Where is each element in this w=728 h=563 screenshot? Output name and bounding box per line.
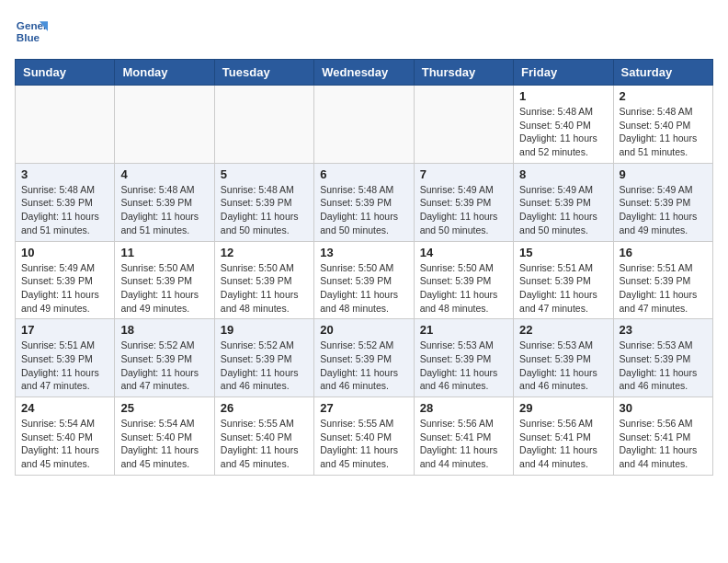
calendar-header: SundayMondayTuesdayWednesdayThursdayFrid… bbox=[16, 60, 713, 86]
day-info: Sunrise: 5:50 AM Sunset: 5:39 PM Dayligh… bbox=[420, 261, 507, 316]
day-info: Sunrise: 5:50 AM Sunset: 5:39 PM Dayligh… bbox=[320, 261, 407, 316]
calendar-cell: 10Sunrise: 5:49 AM Sunset: 5:39 PM Dayli… bbox=[16, 241, 115, 319]
day-number: 2 bbox=[620, 89, 707, 103]
weekday-row: SundayMondayTuesdayWednesdayThursdayFrid… bbox=[16, 60, 713, 86]
weekday-header: Thursday bbox=[414, 60, 513, 86]
calendar-week-row: 10Sunrise: 5:49 AM Sunset: 5:39 PM Dayli… bbox=[16, 241, 713, 319]
calendar-cell: 29Sunrise: 5:56 AM Sunset: 5:41 PM Dayli… bbox=[514, 397, 613, 476]
calendar-week-row: 3Sunrise: 5:48 AM Sunset: 5:39 PM Daylig… bbox=[16, 163, 713, 241]
calendar-cell bbox=[414, 86, 513, 164]
day-info: Sunrise: 5:48 AM Sunset: 5:39 PM Dayligh… bbox=[221, 183, 308, 237]
day-info: Sunrise: 5:56 AM Sunset: 5:41 PM Dayligh… bbox=[519, 417, 607, 471]
day-info: Sunrise: 5:49 AM Sunset: 5:39 PM Dayligh… bbox=[420, 183, 507, 237]
day-number: 21 bbox=[420, 323, 507, 337]
day-number: 8 bbox=[519, 167, 607, 181]
weekday-header: Wednesday bbox=[314, 60, 414, 86]
calendar-cell: 12Sunrise: 5:50 AM Sunset: 5:39 PM Dayli… bbox=[214, 241, 313, 319]
day-number: 26 bbox=[221, 401, 308, 415]
day-number: 27 bbox=[320, 401, 407, 415]
day-number: 15 bbox=[519, 246, 607, 259]
day-info: Sunrise: 5:50 AM Sunset: 5:39 PM Dayligh… bbox=[221, 261, 308, 316]
weekday-header: Monday bbox=[115, 60, 214, 86]
day-info: Sunrise: 5:52 AM Sunset: 5:39 PM Dayligh… bbox=[320, 339, 407, 393]
day-info: Sunrise: 5:54 AM Sunset: 5:40 PM Dayligh… bbox=[21, 417, 108, 471]
calendar-cell: 11Sunrise: 5:50 AM Sunset: 5:39 PM Dayli… bbox=[115, 241, 214, 319]
calendar-cell: 2Sunrise: 5:48 AM Sunset: 5:40 PM Daylig… bbox=[613, 86, 712, 164]
svg-text:Blue: Blue bbox=[17, 31, 40, 43]
page-header: General Blue bbox=[15, 15, 713, 48]
day-info: Sunrise: 5:49 AM Sunset: 5:39 PM Dayligh… bbox=[620, 183, 707, 237]
day-info: Sunrise: 5:51 AM Sunset: 5:39 PM Dayligh… bbox=[519, 261, 607, 316]
calendar-cell: 7Sunrise: 5:49 AM Sunset: 5:39 PM Daylig… bbox=[414, 163, 513, 241]
calendar-cell: 21Sunrise: 5:53 AM Sunset: 5:39 PM Dayli… bbox=[414, 319, 513, 397]
day-number: 19 bbox=[221, 323, 308, 337]
calendar-cell: 19Sunrise: 5:52 AM Sunset: 5:39 PM Dayli… bbox=[214, 319, 313, 397]
day-number: 1 bbox=[519, 89, 607, 103]
calendar-cell: 4Sunrise: 5:48 AM Sunset: 5:39 PM Daylig… bbox=[115, 163, 214, 241]
calendar-cell: 3Sunrise: 5:48 AM Sunset: 5:39 PM Daylig… bbox=[16, 163, 115, 241]
logo: General Blue bbox=[15, 15, 48, 48]
weekday-header: Friday bbox=[514, 60, 613, 86]
calendar-cell: 15Sunrise: 5:51 AM Sunset: 5:39 PM Dayli… bbox=[514, 241, 613, 319]
day-info: Sunrise: 5:52 AM Sunset: 5:39 PM Dayligh… bbox=[120, 339, 208, 393]
day-number: 17 bbox=[21, 323, 108, 337]
calendar-body: 1Sunrise: 5:48 AM Sunset: 5:40 PM Daylig… bbox=[16, 86, 713, 476]
day-info: Sunrise: 5:48 AM Sunset: 5:39 PM Dayligh… bbox=[320, 183, 407, 237]
calendar-cell: 22Sunrise: 5:53 AM Sunset: 5:39 PM Dayli… bbox=[514, 319, 613, 397]
day-info: Sunrise: 5:48 AM Sunset: 5:39 PM Dayligh… bbox=[21, 183, 108, 237]
calendar-cell bbox=[115, 86, 214, 164]
calendar-cell: 20Sunrise: 5:52 AM Sunset: 5:39 PM Dayli… bbox=[314, 319, 414, 397]
day-number: 24 bbox=[21, 401, 108, 415]
day-info: Sunrise: 5:48 AM Sunset: 5:40 PM Dayligh… bbox=[620, 105, 707, 159]
day-number: 3 bbox=[21, 167, 108, 181]
calendar-cell: 17Sunrise: 5:51 AM Sunset: 5:39 PM Dayli… bbox=[16, 319, 115, 397]
day-info: Sunrise: 5:54 AM Sunset: 5:40 PM Dayligh… bbox=[120, 417, 208, 471]
calendar-week-row: 1Sunrise: 5:48 AM Sunset: 5:40 PM Daylig… bbox=[16, 86, 713, 164]
day-info: Sunrise: 5:49 AM Sunset: 5:39 PM Dayligh… bbox=[519, 183, 607, 237]
day-number: 4 bbox=[120, 167, 208, 181]
calendar-week-row: 17Sunrise: 5:51 AM Sunset: 5:39 PM Dayli… bbox=[16, 319, 713, 397]
day-number: 13 bbox=[320, 246, 407, 259]
calendar-cell: 18Sunrise: 5:52 AM Sunset: 5:39 PM Dayli… bbox=[115, 319, 214, 397]
weekday-header: Sunday bbox=[16, 60, 115, 86]
day-number: 12 bbox=[221, 246, 308, 259]
weekday-header: Saturday bbox=[613, 60, 712, 86]
calendar-cell: 6Sunrise: 5:48 AM Sunset: 5:39 PM Daylig… bbox=[314, 163, 414, 241]
day-info: Sunrise: 5:55 AM Sunset: 5:40 PM Dayligh… bbox=[320, 417, 407, 471]
day-number: 9 bbox=[620, 167, 707, 181]
calendar-cell: 25Sunrise: 5:54 AM Sunset: 5:40 PM Dayli… bbox=[115, 397, 214, 476]
day-number: 28 bbox=[420, 401, 507, 415]
calendar-cell bbox=[214, 86, 313, 164]
day-number: 6 bbox=[320, 167, 407, 181]
day-info: Sunrise: 5:53 AM Sunset: 5:39 PM Dayligh… bbox=[420, 339, 507, 393]
logo-icon: General Blue bbox=[15, 15, 48, 48]
day-number: 7 bbox=[420, 167, 507, 181]
calendar-cell: 16Sunrise: 5:51 AM Sunset: 5:39 PM Dayli… bbox=[613, 241, 712, 319]
day-info: Sunrise: 5:52 AM Sunset: 5:39 PM Dayligh… bbox=[221, 339, 308, 393]
day-number: 10 bbox=[21, 246, 108, 259]
day-number: 22 bbox=[519, 323, 607, 337]
calendar-cell: 23Sunrise: 5:53 AM Sunset: 5:39 PM Dayli… bbox=[613, 319, 712, 397]
calendar-week-row: 24Sunrise: 5:54 AM Sunset: 5:40 PM Dayli… bbox=[16, 397, 713, 476]
day-info: Sunrise: 5:53 AM Sunset: 5:39 PM Dayligh… bbox=[519, 339, 607, 393]
calendar-cell: 30Sunrise: 5:56 AM Sunset: 5:41 PM Dayli… bbox=[613, 397, 712, 476]
day-number: 30 bbox=[620, 401, 707, 415]
calendar-cell: 27Sunrise: 5:55 AM Sunset: 5:40 PM Dayli… bbox=[314, 397, 414, 476]
calendar-cell: 24Sunrise: 5:54 AM Sunset: 5:40 PM Dayli… bbox=[16, 397, 115, 476]
calendar-cell: 8Sunrise: 5:49 AM Sunset: 5:39 PM Daylig… bbox=[514, 163, 613, 241]
day-number: 20 bbox=[320, 323, 407, 337]
day-info: Sunrise: 5:49 AM Sunset: 5:39 PM Dayligh… bbox=[21, 261, 108, 316]
day-number: 25 bbox=[120, 401, 208, 415]
day-info: Sunrise: 5:51 AM Sunset: 5:39 PM Dayligh… bbox=[620, 261, 707, 316]
weekday-header: Tuesday bbox=[214, 60, 313, 86]
calendar-cell: 28Sunrise: 5:56 AM Sunset: 5:41 PM Dayli… bbox=[414, 397, 513, 476]
day-info: Sunrise: 5:48 AM Sunset: 5:39 PM Dayligh… bbox=[120, 183, 208, 237]
day-info: Sunrise: 5:53 AM Sunset: 5:39 PM Dayligh… bbox=[620, 339, 707, 393]
calendar-cell: 5Sunrise: 5:48 AM Sunset: 5:39 PM Daylig… bbox=[214, 163, 313, 241]
calendar-cell: 14Sunrise: 5:50 AM Sunset: 5:39 PM Dayli… bbox=[414, 241, 513, 319]
day-number: 29 bbox=[519, 401, 607, 415]
calendar-cell: 1Sunrise: 5:48 AM Sunset: 5:40 PM Daylig… bbox=[514, 86, 613, 164]
day-info: Sunrise: 5:56 AM Sunset: 5:41 PM Dayligh… bbox=[420, 417, 507, 471]
day-info: Sunrise: 5:50 AM Sunset: 5:39 PM Dayligh… bbox=[120, 261, 208, 316]
calendar-cell: 13Sunrise: 5:50 AM Sunset: 5:39 PM Dayli… bbox=[314, 241, 414, 319]
